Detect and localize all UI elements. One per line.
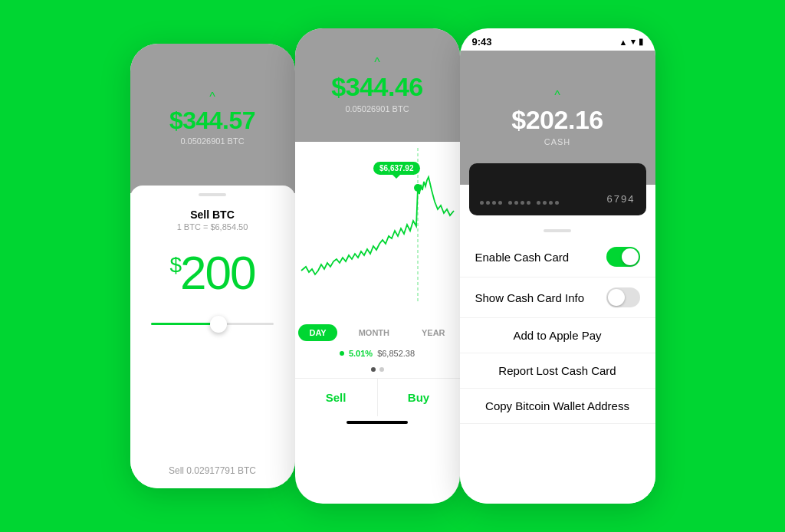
left-btc-price: $344.57 bbox=[169, 107, 255, 135]
card-dot bbox=[527, 201, 530, 205]
left-btc-amount: 0.05026901 BTC bbox=[180, 136, 244, 146]
pager-dot-1 bbox=[371, 367, 376, 372]
card-dot-group-1 bbox=[480, 201, 502, 205]
status-time: 9:43 bbox=[472, 36, 492, 48]
pager-dot-2 bbox=[379, 367, 384, 372]
add-apple-pay-row[interactable]: Add to Apple Pay bbox=[460, 318, 655, 353]
toggle-thumb-on bbox=[622, 248, 639, 265]
card-dot bbox=[492, 201, 496, 205]
card-dot bbox=[555, 201, 559, 205]
sell-slider[interactable] bbox=[151, 323, 274, 325]
card-dot bbox=[549, 201, 553, 205]
sell-title: Sell BTC bbox=[190, 209, 235, 221]
slider-thumb[interactable] bbox=[210, 316, 227, 333]
card-last4: 6794 bbox=[607, 193, 636, 205]
card-dots bbox=[480, 201, 559, 205]
card-dot bbox=[486, 201, 490, 205]
mid-btc-amount: 0.05026901 BTC bbox=[345, 104, 409, 113]
slider-fill bbox=[151, 323, 218, 325]
action-sheet: Enable Cash Card Show Cash Card Info Add… bbox=[460, 222, 655, 504]
middle-phone: ^ $344.46 0.05026901 BTC $6,637.92 DAY M… bbox=[295, 28, 460, 504]
mid-chevron-up-icon[interactable]: ^ bbox=[374, 57, 380, 69]
btc-chart: $6,637.92 bbox=[295, 148, 460, 317]
sell-buy-row: Sell Buy bbox=[295, 378, 460, 416]
enable-cash-card-row: Enable Cash Card bbox=[460, 237, 655, 277]
card-dot bbox=[508, 201, 512, 205]
sell-button[interactable]: Sell bbox=[295, 379, 378, 416]
pager-dots bbox=[295, 363, 460, 376]
status-icons: ▲ ▾ ▮ bbox=[619, 37, 643, 47]
left-chevron-up-icon[interactable]: ^ bbox=[209, 91, 215, 103]
left-btc-header: ^ $344.57 0.05026901 BTC bbox=[130, 44, 295, 193]
stat-price: $6,852.38 bbox=[377, 349, 415, 358]
card-dot bbox=[514, 201, 518, 205]
enable-cash-card-label: Enable Cash Card bbox=[475, 251, 570, 264]
right-balance: $202.16 bbox=[511, 105, 603, 135]
sell-amount: $200 bbox=[169, 245, 255, 300]
right-chevron-up-icon[interactable]: ^ bbox=[554, 90, 560, 102]
signal-icon: ▲ bbox=[619, 38, 628, 47]
report-lost-cash-card-row[interactable]: Report Lost Cash Card bbox=[460, 353, 655, 389]
mid-btc-price: $344.46 bbox=[331, 72, 422, 102]
right-phone-wrapper: 9:43 ▲ ▾ ▮ ^ $202.16 CASH bbox=[460, 28, 655, 504]
slider-track bbox=[151, 323, 274, 325]
show-cash-card-info-toggle[interactable] bbox=[606, 287, 640, 307]
tab-year[interactable]: YEAR bbox=[411, 324, 456, 341]
card-dot bbox=[480, 201, 484, 205]
stat-up-dot bbox=[340, 351, 344, 356]
chart-peak-dot bbox=[414, 184, 422, 192]
report-lost-cash-card-label: Report Lost Cash Card bbox=[498, 364, 616, 377]
sell-dollar-sign: $ bbox=[169, 253, 180, 277]
status-bar: 9:43 ▲ ▾ ▮ bbox=[460, 28, 655, 51]
chart-stats: 5.01% $6,852.38 bbox=[295, 346, 460, 363]
card-dot bbox=[537, 201, 540, 205]
tab-month[interactable]: MONTH bbox=[348, 324, 400, 341]
action-sheet-handle[interactable] bbox=[544, 229, 571, 232]
add-apple-pay-label: Add to Apple Pay bbox=[513, 329, 601, 342]
card-dot-group-3 bbox=[537, 201, 559, 205]
home-indicator bbox=[347, 421, 408, 424]
card-dot bbox=[521, 201, 524, 205]
mid-btc-header: ^ $344.46 0.05026901 BTC bbox=[295, 28, 460, 142]
sheet-handle[interactable] bbox=[199, 193, 226, 196]
card-dot bbox=[543, 201, 547, 205]
card-dot bbox=[498, 201, 502, 205]
chart-tabs: DAY MONTH YEAR bbox=[295, 317, 460, 346]
right-phone: 9:43 ▲ ▾ ▮ ^ $202.16 CASH bbox=[460, 28, 655, 504]
show-cash-card-info-label: Show Cash Card Info bbox=[475, 291, 585, 304]
mid-content: $6,637.92 DAY MONTH YEAR 5.01% $6,852.38 bbox=[295, 142, 460, 430]
toggle-thumb-off bbox=[608, 289, 625, 306]
chart-tooltip: $6,637.92 bbox=[373, 162, 420, 175]
right-balance-sub: CASH bbox=[544, 137, 571, 146]
sell-rate: 1 BTC = $6,854.50 bbox=[177, 222, 248, 232]
sell-btc-label: Sell 0.02917791 BTC bbox=[169, 465, 256, 476]
tab-day[interactable]: DAY bbox=[298, 324, 337, 341]
show-cash-card-info-row: Show Cash Card Info bbox=[460, 277, 655, 318]
cash-card: 6794 bbox=[469, 163, 646, 215]
copy-bitcoin-wallet-row[interactable]: Copy Bitcoin Wallet Address bbox=[460, 389, 655, 424]
enable-cash-card-toggle[interactable] bbox=[606, 247, 640, 267]
copy-bitcoin-wallet-label: Copy Bitcoin Wallet Address bbox=[485, 399, 629, 412]
stat-change: 5.01% bbox=[349, 349, 373, 358]
wifi-icon: ▾ bbox=[631, 37, 636, 47]
sell-amount-number: 200 bbox=[180, 246, 255, 299]
sell-sheet: Sell BTC 1 BTC = $6,854.50 $200 Sell 0.0… bbox=[130, 186, 295, 488]
left-phone: ^ $344.57 0.05026901 BTC Sell BTC 1 BTC … bbox=[130, 44, 295, 488]
battery-icon: ▮ bbox=[639, 37, 643, 47]
card-dot-group-2 bbox=[508, 201, 530, 205]
buy-button[interactable]: Buy bbox=[378, 379, 460, 416]
